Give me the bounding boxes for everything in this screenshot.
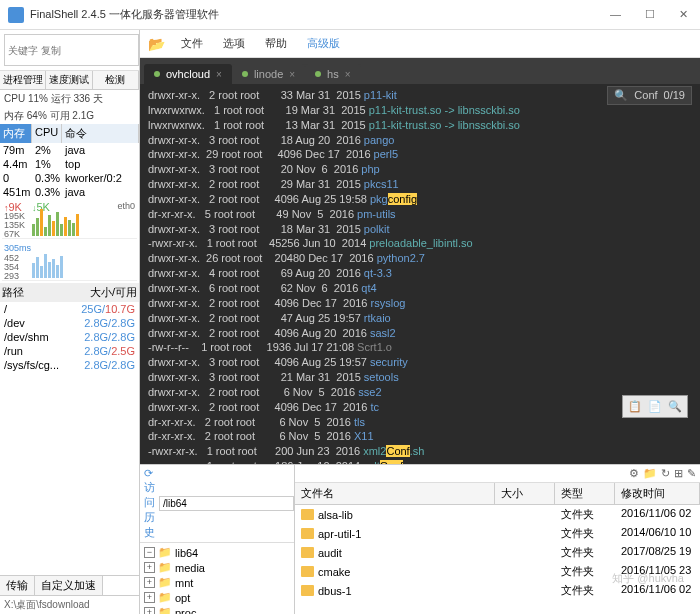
session-tab[interactable]: hs× — [305, 64, 360, 84]
tab-detect[interactable]: 检测 — [93, 71, 139, 89]
menu-options[interactable]: 选项 — [219, 34, 249, 53]
tab-process[interactable]: 进程管理 — [0, 71, 46, 89]
file-row[interactable]: audit文件夹2017/08/25 19 — [295, 543, 700, 562]
tool-icon[interactable]: 📁 — [643, 467, 657, 480]
folder-icon[interactable]: 📂 — [148, 36, 165, 52]
folder-icon — [301, 528, 314, 539]
tab-transfer[interactable]: 传输 — [0, 576, 35, 595]
tool-icon[interactable]: ✎ — [687, 467, 696, 480]
proc-header: 内存 CPU 命令 — [0, 124, 139, 143]
term-line: drwxr-xr-x. 2 root root 4096 Dec 17 2016… — [148, 400, 692, 415]
window-controls: — ☐ ✕ — [606, 6, 692, 23]
maximize-button[interactable]: ☐ — [641, 6, 659, 23]
file-row[interactable]: alsa-lib文件夹2016/11/06 02 — [295, 505, 700, 524]
paste-icon[interactable]: 📄 — [648, 399, 662, 414]
history-button[interactable]: ⟳ 访问历史 — [144, 467, 155, 540]
term-line: drwxr-xr-x. 26 root root 20480 Dec 17 20… — [148, 251, 692, 266]
close-icon[interactable]: × — [216, 69, 222, 80]
term-line: -rwxr-xr-x. 1 root root 200 Jun 23 2016 … — [148, 444, 692, 459]
filelist-header: 文件名 大小 类型 修改时间 — [295, 483, 700, 505]
term-line: drwxr-xr-x. 2 root root 6 Nov 5 2016 sse… — [148, 385, 692, 400]
term-line: -rw-r--r-- 1 root root 1936 Jul 17 21:08… — [148, 340, 692, 355]
titlebar: FinalShell 2.4.5 一体化服务器管理软件 — ☐ ✕ — [0, 0, 700, 30]
minimize-button[interactable]: — — [606, 6, 625, 23]
window-title: FinalShell 2.4.5 一体化服务器管理软件 — [30, 7, 606, 22]
session-tab[interactable]: ovhcloud× — [144, 64, 232, 84]
file-browser: ⟳ 访问历史 −📁lib64+📁media+📁mnt+📁opt+📁proc+📁r… — [140, 464, 700, 614]
term-line: dr-xr-xr-x. 2 root root 6 Nov 5 2016 X11 — [148, 429, 692, 444]
tree-item[interactable]: +📁proc — [142, 605, 292, 614]
app-icon — [8, 7, 24, 23]
path-row[interactable]: /sys/fs/cg...2.8G/2.8G — [0, 358, 139, 372]
file-list: ⚙ 📁 ↻ ⊞ ✎ 文件名 大小 类型 修改时间 alsa-lib文件夹2016… — [295, 465, 700, 614]
close-button[interactable]: ✕ — [675, 6, 692, 23]
cpu-stat: CPU 11% 运行 336 天 — [0, 90, 139, 107]
tree-item[interactable]: +📁mnt — [142, 575, 292, 590]
term-line: drwxr-xr-x. 4 root root 69 Aug 20 2016 q… — [148, 266, 692, 281]
bottom-tabs: 传输 自定义加速 — [0, 575, 139, 595]
latency-chart: 305ms 452 354 293 — [2, 243, 137, 281]
path-row[interactable]: /dev2.8G/2.8G — [0, 316, 139, 330]
tree-item[interactable]: +📁media — [142, 560, 292, 575]
folder-icon — [301, 509, 314, 520]
term-line: -rwxr-xr-x. 1 root root 186 Jun 10 2014 … — [148, 459, 692, 464]
folder-icon — [301, 566, 314, 577]
proc-row[interactable]: 79m2%java — [0, 143, 139, 157]
menu-help[interactable]: 帮助 — [261, 34, 291, 53]
terminal[interactable]: 🔍 Conf 0/19 drwxr-xr-x. 2 root root 33 M… — [140, 84, 700, 464]
tool-icon[interactable]: ↻ — [661, 467, 670, 480]
local-path: X:\桌面\fsdownload — [0, 595, 139, 614]
sidebar-tabs: 进程管理 速度测试 检测 — [0, 71, 139, 90]
term-line: lrwxrwxrwx. 1 root root 19 Mar 31 2015 p… — [148, 103, 692, 118]
tool-icon[interactable]: ⊞ — [674, 467, 683, 480]
tool-icon[interactable]: ⚙ — [629, 467, 639, 480]
path-row[interactable]: /run2.8G/2.5G — [0, 344, 139, 358]
terminal-toolbar[interactable]: 📋 📄 🔍 — [622, 395, 688, 418]
remote-tree: ⟳ 访问历史 −📁lib64+📁media+📁mnt+📁opt+📁proc+📁r… — [140, 465, 295, 614]
term-line: drwxr-xr-x. 2 root root 47 Aug 25 19:57 … — [148, 311, 692, 326]
tree-item[interactable]: −📁lib64 — [142, 545, 292, 560]
term-line: drwxr-xr-x. 3 root root 18 Mar 31 2015 p… — [148, 222, 692, 237]
menu-pro[interactable]: 高级版 — [303, 34, 344, 53]
folder-icon — [301, 547, 314, 558]
term-line: dr-xr-xr-x. 2 root root 6 Nov 5 2016 tls — [148, 415, 692, 430]
tab-accel[interactable]: 自定义加速 — [35, 576, 103, 595]
path-row[interactable]: /25G/10.7G — [0, 302, 139, 316]
term-line: drwxr-xr-x. 3 root root 18 Aug 20 2016 p… — [148, 133, 692, 148]
folder-icon — [301, 585, 314, 596]
term-line: drwxr-xr-x. 3 root root 4096 Aug 25 19:5… — [148, 355, 692, 370]
proc-row[interactable]: 451m0.3%java — [0, 185, 139, 199]
term-line: drwxr-xr-x. 2 root root 4096 Aug 20 2016… — [148, 326, 692, 341]
term-line: lrwxrwxrwx. 1 root root 13 Mar 31 2015 p… — [148, 118, 692, 133]
term-line: drwxr-xr-x. 29 root root 4096 Dec 17 201… — [148, 147, 692, 162]
copy-icon[interactable]: 📋 — [628, 399, 642, 414]
path-input[interactable] — [159, 496, 294, 511]
tab-speed[interactable]: 速度测试 — [46, 71, 92, 89]
proc-row[interactable]: 00.3%kworker/0:2 — [0, 171, 139, 185]
close-icon[interactable]: × — [289, 69, 295, 80]
session-tab[interactable]: linode× — [232, 64, 305, 84]
path-row[interactable]: /dev/shm2.8G/2.8G — [0, 330, 139, 344]
search-icon: 🔍 — [614, 88, 628, 103]
term-line: drwxr-xr-x. 3 root root 20 Nov 6 2016 ph… — [148, 162, 692, 177]
term-line: dr-xr-xr-x. 5 root root 49 Nov 5 2016 pm… — [148, 207, 692, 222]
menu-file[interactable]: 文件 — [177, 34, 207, 53]
watermark: 知乎 @hukvha — [612, 571, 684, 586]
term-line: drwxr-xr-x. 6 root root 62 Nov 6 2016 qt… — [148, 281, 692, 296]
tree-item[interactable]: +📁opt — [142, 590, 292, 605]
path-header: 路径大小/可用 — [0, 283, 139, 302]
term-line: drwxr-xr-x. 2 root root 4096 Dec 17 2016… — [148, 296, 692, 311]
search-icon[interactable]: 🔍 — [668, 399, 682, 414]
term-line: drwxr-xr-x. 2 root root 29 Mar 31 2015 p… — [148, 177, 692, 192]
terminal-search[interactable]: 🔍 Conf 0/19 — [607, 86, 692, 105]
sidebar: 检测 进程管理 速度测试 检测 CPU 11% 运行 336 天 内存 64% … — [0, 30, 140, 614]
net-chart: ↑9K ↓5K eth0 195K 135K 67K — [2, 201, 137, 239]
term-line: -rwxr-xr-x. 1 root root 45256 Jun 10 201… — [148, 236, 692, 251]
search-input[interactable] — [4, 34, 139, 66]
session-tabs: ovhcloud×linode×hs× — [140, 58, 700, 84]
file-row[interactable]: apr-util-1文件夹2014/06/10 10 — [295, 524, 700, 543]
proc-row[interactable]: 4.4m1%top — [0, 157, 139, 171]
close-icon[interactable]: × — [345, 69, 351, 80]
term-line: drwxr-xr-x. 2 root root 4096 Aug 25 19:5… — [148, 192, 692, 207]
term-line: drwxr-xr-x. 3 root root 21 Mar 31 2015 s… — [148, 370, 692, 385]
